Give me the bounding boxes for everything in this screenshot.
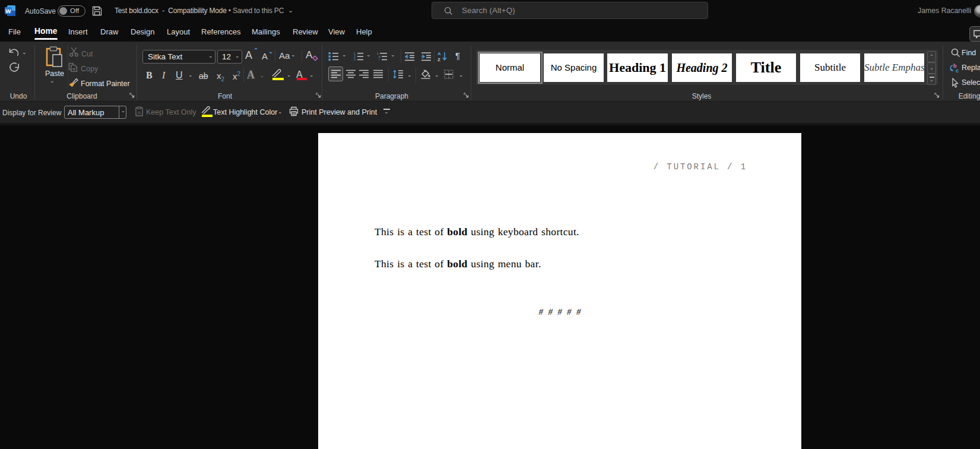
svg-text:Z: Z: [437, 57, 440, 62]
svg-text:W: W: [5, 8, 11, 14]
svg-text:A: A: [138, 110, 141, 116]
svg-text:A: A: [437, 51, 441, 56]
svg-text:c: c: [956, 68, 959, 74]
svg-text:i: i: [379, 58, 379, 61]
svg-text:3: 3: [354, 58, 356, 61]
